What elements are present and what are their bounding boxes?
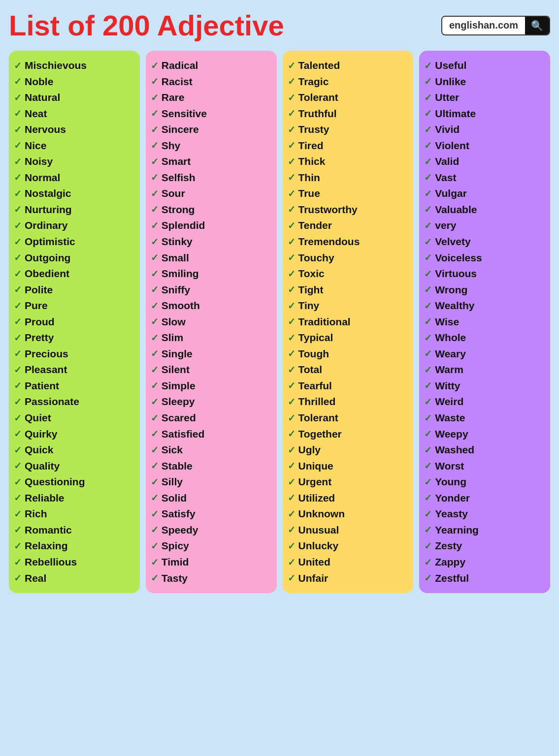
word-label: Useful xyxy=(435,58,466,74)
page-title: List of 200 Adjective xyxy=(9,9,284,42)
word-label: Smart xyxy=(162,154,191,170)
columns-container: ✓Mischievous✓Noble✓Natural✓Neat✓Nervous✓… xyxy=(9,51,550,593)
word-label: Typical xyxy=(298,330,333,346)
word-label: Thin xyxy=(298,170,320,186)
word-label: Unusual xyxy=(298,522,339,538)
list-item: ✓Rich xyxy=(14,506,135,522)
list-item: ✓Tolerant xyxy=(288,90,409,106)
list-item: ✓Unknown xyxy=(288,506,409,522)
checkmark-icon: ✓ xyxy=(288,91,296,105)
word-label: Tragic xyxy=(298,74,329,90)
list-item: ✓Tough xyxy=(288,346,409,362)
checkmark-icon: ✓ xyxy=(288,235,296,249)
list-item: ✓Trusty xyxy=(288,122,409,138)
checkmark-icon: ✓ xyxy=(288,251,296,265)
word-label: Ultimate xyxy=(435,106,476,122)
checkmark-icon: ✓ xyxy=(424,395,432,409)
checkmark-icon: ✓ xyxy=(151,106,159,121)
checkmark-icon: ✓ xyxy=(14,170,22,185)
list-item: ✓Velvety xyxy=(424,234,545,250)
list-item: ✓Quick xyxy=(14,442,135,458)
list-item: ✓Slow xyxy=(151,314,272,330)
word-label: Tolerant xyxy=(298,410,338,426)
list-item: ✓Polite xyxy=(14,282,135,298)
list-item: ✓Sensitive xyxy=(151,106,272,122)
word-label: Nice xyxy=(25,138,46,154)
word-label: Normal xyxy=(25,170,60,186)
checkmark-icon: ✓ xyxy=(151,251,159,265)
word-label: Wise xyxy=(435,314,459,330)
checkmark-icon: ✓ xyxy=(151,59,159,73)
checkmark-icon: ✓ xyxy=(288,555,296,569)
checkmark-icon: ✓ xyxy=(14,443,22,457)
checkmark-icon: ✓ xyxy=(424,507,432,521)
word-label: Waste xyxy=(435,410,465,426)
checkmark-icon: ✓ xyxy=(424,443,432,457)
word-label: Smooth xyxy=(162,298,200,314)
checkmark-icon: ✓ xyxy=(151,555,159,569)
list-item: ✓Rare xyxy=(151,90,272,106)
word-label: Pleasant xyxy=(25,362,67,378)
checkmark-icon: ✓ xyxy=(424,235,432,249)
word-label: Ordinary xyxy=(25,218,68,234)
list-item: ✓Tremendous xyxy=(288,234,409,250)
word-label: Quality xyxy=(25,458,60,474)
word-label: Worst xyxy=(435,458,464,474)
checkmark-icon: ✓ xyxy=(14,155,22,169)
checkmark-icon: ✓ xyxy=(424,571,432,585)
word-label: Strong xyxy=(162,202,195,218)
search-button[interactable]: 🔍 xyxy=(525,17,549,34)
word-label: Nostalgic xyxy=(25,186,71,202)
word-column-col3: ✓Talented✓Tragic✓Tolerant✓Truthful✓Trust… xyxy=(283,51,414,593)
word-label: Silly xyxy=(162,474,183,490)
list-item: ✓Waste xyxy=(424,410,545,426)
checkmark-icon: ✓ xyxy=(14,378,22,393)
word-label: Outgoing xyxy=(25,250,70,266)
word-label: Sick xyxy=(162,442,183,458)
checkmark-icon: ✓ xyxy=(151,155,159,169)
checkmark-icon: ✓ xyxy=(14,251,22,265)
website-label: englishan.com xyxy=(442,17,525,34)
word-label: Together xyxy=(298,426,342,442)
word-label: very xyxy=(435,218,456,234)
word-label: Spicy xyxy=(162,538,189,554)
word-label: Nervous xyxy=(25,122,66,138)
checkmark-icon: ✓ xyxy=(424,219,432,233)
word-label: Tremendous xyxy=(298,234,360,250)
checkmark-icon: ✓ xyxy=(424,155,432,169)
checkmark-icon: ✓ xyxy=(14,267,22,281)
checkmark-icon: ✓ xyxy=(14,187,22,201)
word-label: Yeasty xyxy=(435,506,468,522)
list-item: ✓Small xyxy=(151,250,272,266)
word-label: Reliable xyxy=(25,490,65,506)
checkmark-icon: ✓ xyxy=(151,427,159,441)
list-item: ✓Stable xyxy=(151,458,272,474)
word-label: Polite xyxy=(25,282,53,298)
word-label: Noble xyxy=(25,74,53,90)
word-column-col4: ✓Useful✓Unlike✓Utter✓Ultimate✓Vivid✓Viol… xyxy=(419,51,550,593)
list-item: ✓Optimistic xyxy=(14,234,135,250)
checkmark-icon: ✓ xyxy=(424,491,432,505)
list-item: ✓Speedy xyxy=(151,522,272,538)
word-label: Tender xyxy=(298,218,332,234)
checkmark-icon: ✓ xyxy=(424,170,432,185)
word-label: Splendid xyxy=(162,218,205,234)
checkmark-icon: ✓ xyxy=(288,123,296,137)
checkmark-icon: ✓ xyxy=(151,507,159,521)
list-item: ✓Smiling xyxy=(151,266,272,282)
list-item: ✓Normal xyxy=(14,170,135,186)
list-item: ✓Whole xyxy=(424,330,545,346)
word-label: Quick xyxy=(25,442,53,458)
checkmark-icon: ✓ xyxy=(424,299,432,313)
checkmark-icon: ✓ xyxy=(288,571,296,585)
list-item: ✓Stinky xyxy=(151,234,272,250)
checkmark-icon: ✓ xyxy=(151,187,159,201)
word-label: Stable xyxy=(162,458,193,474)
word-label: Pure xyxy=(25,298,48,314)
checkmark-icon: ✓ xyxy=(288,219,296,233)
list-item: ✓Strong xyxy=(151,202,272,218)
word-label: Trusty xyxy=(298,122,329,138)
list-item: ✓Tolerant xyxy=(288,410,409,426)
word-label: Vast xyxy=(435,170,456,186)
checkmark-icon: ✓ xyxy=(14,91,22,105)
